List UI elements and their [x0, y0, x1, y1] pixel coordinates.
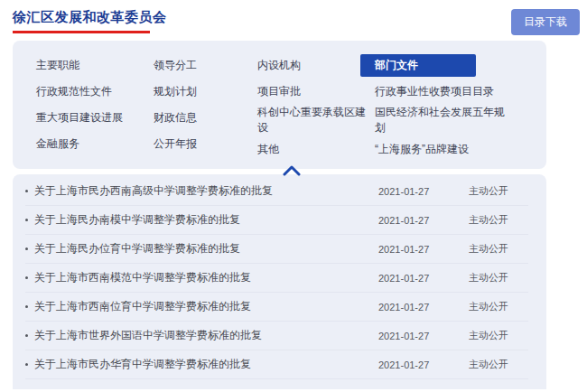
menu-column-4: 部门文件 行政事业性收费项目目录 国民经济和社会发展五年规划 “上海服务”品牌建… [375, 52, 545, 163]
access-type-label: 主动公开 [469, 271, 528, 285]
collapse-menu-button[interactable] [282, 164, 302, 176]
menu-item[interactable]: 领导分工 [154, 58, 197, 73]
access-type-label: 主动公开 [469, 358, 528, 371]
document-link[interactable]: 关于上海市世界外国语中学调整学费标准的批复 [34, 328, 378, 343]
document-date: 2021-01-27 [378, 302, 469, 313]
table-row: 关于上海市世界外国语中学调整学费标准的批复 2021-01-27 主动公开 [25, 322, 528, 350]
page-title: 徐汇区发展和改革委员会 [13, 9, 167, 26]
bullet-icon [25, 190, 28, 192]
directory-download-button[interactable]: 目录下载 [511, 9, 580, 35]
document-date: 2021-01-27 [378, 331, 469, 341]
menu-column-3: 内设机构 项目审批 科创中心重要承载区建设 其他 [257, 52, 375, 163]
chevron-up-icon [282, 164, 302, 176]
bullet-icon [25, 305, 28, 308]
menu-item[interactable]: 国民经济和社会发展五年规划 [375, 105, 512, 136]
document-list-panel: 关于上海市民办西南高级中学调整学费标准的批复 2021-01-27 主动公开 关… [13, 174, 546, 389]
table-row: 关于上海市西南位育中学调整学费标准的批复 2021-01-27 主动公开 [25, 293, 528, 322]
access-type-label: 主动公开 [469, 242, 528, 256]
document-link[interactable]: 关于上海市西南位育中学调整学费标准的批复 [34, 299, 378, 314]
page: 徐汇区发展和改革委员会 目录下载 主要职能 行政规范性文件 重大项目建设进展 金… [0, 0, 587, 392]
document-link[interactable]: 关于上海民办位育中学调整学费标准的批复 [34, 241, 378, 257]
access-type-label: 主动公开 [469, 329, 528, 342]
table-row: 关于上海民办南模中学调整学费标准的批复 2021-01-27 主动公开 [25, 206, 528, 235]
access-type-label: 主动公开 [469, 184, 528, 198]
menu-column-1: 主要职能 行政规范性文件 重大项目建设进展 金融服务 [36, 52, 154, 163]
menu-item[interactable]: 主要职能 [36, 58, 79, 73]
bullet-icon [25, 363, 28, 366]
access-type-label: 主动公开 [469, 300, 528, 313]
menu-item[interactable]: 规划计划 [154, 84, 197, 99]
table-row: 关于上海市西南模范中学调整学费标准的批复 2021-01-27 主动公开 [25, 264, 528, 293]
category-menu-panel: 主要职能 行政规范性文件 重大项目建设进展 金融服务 领导分工 规划计划 财政信… [13, 41, 546, 169]
bullet-icon [25, 219, 28, 221]
bullet-icon [25, 276, 28, 279]
bullet-icon [25, 334, 28, 337]
menu-item[interactable]: “上海服务”品牌建设 [375, 142, 469, 157]
table-row: 关于上海市民办西南高级中学调整学费标准的批复 2021-01-27 主动公开 [25, 177, 528, 206]
document-link[interactable]: 关于上海市民办西南高级中学调整学费标准的批复 [34, 183, 378, 199]
menu-item[interactable]: 行政规范性文件 [36, 84, 112, 99]
menu-column-2: 领导分工 规划计划 财政信息 公开年报 [154, 52, 257, 163]
title-wrap: 徐汇区发展和改革委员会 [13, 9, 167, 33]
menu-item[interactable]: 科创中心重要承载区建设 [257, 105, 375, 136]
table-row: 关于上海民办位育中学调整学费标准的批复 2021-01-27 主动公开 [25, 235, 528, 264]
header: 徐汇区发展和改革委员会 目录下载 [0, 0, 587, 35]
document-date: 2021-01-27 [378, 215, 469, 226]
menu-item[interactable]: 其他 [257, 142, 279, 157]
menu-item[interactable]: 项目审批 [257, 84, 301, 99]
document-link[interactable]: 关于上海市民办华育中学调整学费标准的批复 [34, 357, 378, 372]
menu-columns: 主要职能 行政规范性文件 重大项目建设进展 金融服务 领导分工 规划计划 财政信… [36, 52, 546, 163]
document-date: 2021-01-27 [378, 186, 469, 197]
menu-item[interactable]: 行政事业性收费项目目录 [375, 84, 494, 99]
document-link[interactable]: 关于上海市西南模范中学调整学费标准的批复 [34, 270, 378, 285]
menu-item[interactable]: 财政信息 [154, 110, 197, 126]
document-date: 2021-01-27 [378, 359, 469, 370]
document-link[interactable]: 关于上海民办南模中学调整学费标准的批复 [34, 212, 378, 228]
menu-item[interactable]: 重大项目建设进展 [36, 110, 123, 126]
menu-item[interactable]: 公开年报 [154, 136, 197, 152]
menu-item-department-documents[interactable]: 部门文件 [360, 54, 476, 77]
menu-item[interactable]: 内设机构 [257, 58, 301, 73]
title-underline [13, 31, 150, 33]
document-date: 2021-01-27 [378, 244, 469, 255]
table-row: 关于上海市民办华育中学调整学费标准的批复 2021-01-27 主动公开 [25, 350, 528, 379]
bullet-icon [25, 247, 28, 250]
menu-item[interactable]: 金融服务 [36, 136, 79, 152]
access-type-label: 主动公开 [469, 213, 528, 227]
document-date: 2021-01-27 [378, 273, 469, 284]
